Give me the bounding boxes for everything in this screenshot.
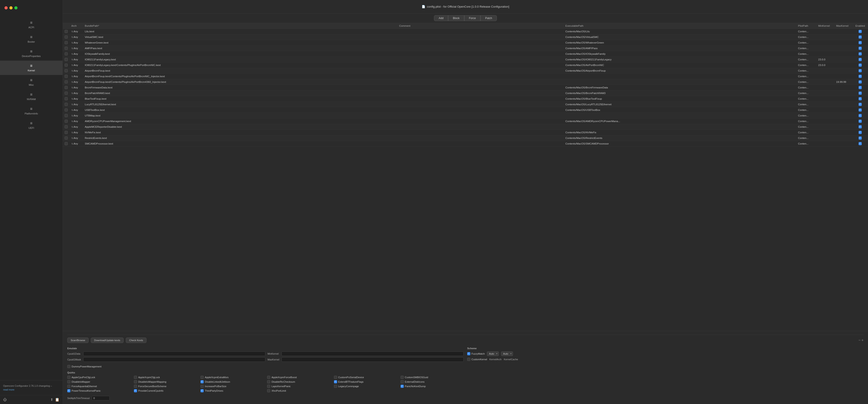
bottom-btn-scan/browse[interactable]: Scan/Browse bbox=[67, 338, 89, 343]
quirk-cb-providecurrentcpuinfo[interactable] bbox=[134, 389, 137, 392]
table-row[interactable]: ⇅ Any AirportBrcmFixup.kext/Contents/Plu… bbox=[63, 79, 868, 85]
sidebar-item-uefi[interactable]: ≡ UEFI bbox=[0, 118, 63, 133]
quirk-cb-xhciportlimit[interactable] bbox=[267, 389, 270, 392]
quirk-cb-legacycommpage[interactable] bbox=[334, 385, 337, 388]
row-enabled-19[interactable] bbox=[852, 135, 868, 141]
row-enabled-9[interactable] bbox=[852, 79, 868, 85]
share-icon[interactable]: ⬆ bbox=[50, 398, 53, 402]
toolbar-btn-patch[interactable]: Patch bbox=[480, 15, 497, 21]
quirk-cb-forcesecurebootscheme[interactable] bbox=[134, 385, 137, 388]
close-button[interactable] bbox=[4, 6, 8, 9]
row-check-13[interactable] bbox=[63, 102, 69, 107]
row-checkbox-15[interactable] bbox=[65, 114, 68, 117]
quirk-cb-applexcpmcfglock[interactable] bbox=[134, 376, 137, 379]
row-arch-15[interactable]: ⇅ Any bbox=[69, 113, 83, 118]
row-enabled-0[interactable] bbox=[852, 29, 868, 34]
bottom-btn-check-kexts[interactable]: Check Kexts bbox=[126, 338, 147, 343]
bottom-btn-download/update-kexts[interactable]: Download/Update kexts bbox=[91, 338, 124, 343]
quirk-cb-applexcpmextramsrs[interactable] bbox=[200, 376, 204, 379]
row-enabled-14[interactable] bbox=[852, 107, 868, 113]
row-checkbox-8[interactable] bbox=[65, 75, 68, 78]
row-checkbox-0[interactable] bbox=[65, 30, 68, 33]
row-enabled-6[interactable] bbox=[852, 62, 868, 68]
row-enabled-cb-4[interactable] bbox=[859, 52, 862, 55]
sidebar-item-acpi[interactable]: ≡ ACPI bbox=[0, 18, 63, 32]
row-check-0[interactable] bbox=[63, 29, 69, 34]
setapfs-input[interactable] bbox=[92, 396, 110, 400]
table-row[interactable]: ⇅ Any AirportBrcmFixup.kext Contents/Mac… bbox=[63, 68, 868, 74]
quirk-cb-disableiomapper[interactable] bbox=[67, 380, 70, 383]
row-enabled-cb-16[interactable] bbox=[859, 120, 862, 123]
toolbar-btn-add[interactable]: Add bbox=[434, 15, 448, 21]
custom-kernel-checkbox[interactable] bbox=[467, 358, 470, 361]
table-row[interactable]: ⇅ Any UTBMap.kext Conten... bbox=[63, 113, 868, 118]
row-enabled-cb-6[interactable] bbox=[859, 63, 862, 67]
row-arch-7[interactable]: ⇅ Any bbox=[69, 68, 83, 74]
plus-icon[interactable]: + bbox=[862, 338, 864, 342]
sidebar-item-platforminfo[interactable]: ≡ PlatformInfo bbox=[0, 104, 63, 118]
row-arch-17[interactable]: ⇅ Any bbox=[69, 124, 83, 130]
table-row[interactable]: ⇅ Any WhateverGreen.kext Contents/MacOS/… bbox=[63, 40, 868, 46]
table-row[interactable]: ⇅ Any VirtualSMC.kext Contents/MacOS/Vir… bbox=[63, 34, 868, 40]
row-arch-9[interactable]: ⇅ Any bbox=[69, 79, 83, 85]
quirk-cb-extendbtfeatureflags[interactable] bbox=[334, 380, 337, 383]
table-row[interactable]: ⇅ Any AirportBrcmFixup.kext/Contents/Plu… bbox=[63, 74, 868, 79]
row-enabled-5[interactable] bbox=[852, 57, 868, 62]
quirk-cb-lapickernelpanic[interactable] bbox=[267, 385, 270, 388]
quirk-cb-thirdpartydrives[interactable] bbox=[200, 389, 204, 392]
row-enabled-cb-7[interactable] bbox=[859, 69, 862, 72]
row-enabled-cb-5[interactable] bbox=[859, 58, 862, 61]
table-row[interactable]: ⇅ Any AMDRyzenCPUPowerManagement.kext Co… bbox=[63, 118, 868, 124]
row-check-3[interactable] bbox=[63, 46, 69, 51]
row-enabled-cb-3[interactable] bbox=[859, 47, 862, 50]
quirk-cb-custompciserialdevice[interactable] bbox=[334, 376, 337, 379]
row-arch-11[interactable]: ⇅ Any bbox=[69, 90, 83, 96]
row-arch-2[interactable]: ⇅ Any bbox=[69, 40, 83, 46]
row-check-11[interactable] bbox=[63, 90, 69, 96]
row-check-17[interactable] bbox=[63, 124, 69, 130]
row-enabled-8[interactable] bbox=[852, 74, 868, 79]
row-arch-18[interactable]: ⇅ Any bbox=[69, 130, 83, 135]
row-check-20[interactable] bbox=[63, 141, 69, 147]
row-arch-10[interactable]: ⇅ Any bbox=[69, 85, 83, 90]
sidebar-item-misc[interactable]: ≡ Misc bbox=[0, 75, 63, 89]
row-enabled-cb-11[interactable] bbox=[859, 92, 862, 95]
row-check-8[interactable] bbox=[63, 74, 69, 79]
row-enabled-cb-18[interactable] bbox=[859, 131, 862, 134]
row-checkbox-9[interactable] bbox=[65, 80, 68, 84]
table-row[interactable]: ⇅ Any BlueToolFixup.kext Contents/MacOS/… bbox=[63, 96, 868, 102]
table-row[interactable]: ⇅ Any SMCAMDProcessor.kext Contents/MacO… bbox=[63, 141, 868, 147]
row-arch-4[interactable]: ⇅ Any bbox=[69, 51, 83, 57]
row-enabled-1[interactable] bbox=[852, 34, 868, 40]
table-row[interactable]: ⇅ Any LucyRTL8125Ethernet.kext Contents/… bbox=[63, 102, 868, 107]
quirk-cb-powertimeoutkernelpanic[interactable] bbox=[67, 389, 70, 392]
row-enabled-cb-9[interactable] bbox=[859, 80, 862, 84]
row-check-4[interactable] bbox=[63, 51, 69, 57]
row-enabled-cb-20[interactable] bbox=[859, 142, 862, 145]
maximize-button[interactable] bbox=[14, 6, 18, 9]
row-checkbox-13[interactable] bbox=[65, 103, 68, 106]
table-row[interactable]: ⇅ Any BrcmPatchRAM3.kext Contents/MacOS/… bbox=[63, 90, 868, 96]
row-arch-14[interactable]: ⇅ Any bbox=[69, 107, 83, 113]
row-enabled-3[interactable] bbox=[852, 46, 868, 51]
row-check-6[interactable] bbox=[63, 62, 69, 68]
row-enabled-cb-8[interactable] bbox=[859, 75, 862, 78]
row-enabled-cb-10[interactable] bbox=[859, 86, 862, 89]
table-row[interactable]: ⇅ Any IO80211FamilyLegacy.kext Contents/… bbox=[63, 57, 868, 62]
max-kernel-input[interactable] bbox=[281, 357, 464, 362]
row-enabled-cb-12[interactable] bbox=[859, 97, 862, 100]
row-check-16[interactable] bbox=[63, 118, 69, 124]
row-check-12[interactable] bbox=[63, 96, 69, 102]
row-enabled-cb-17[interactable] bbox=[859, 125, 862, 128]
row-enabled-cb-1[interactable] bbox=[859, 35, 862, 38]
row-checkbox-17[interactable] bbox=[65, 125, 68, 128]
row-checkbox-3[interactable] bbox=[65, 47, 68, 50]
cpuid-data-input[interactable] bbox=[83, 351, 265, 356]
sidebar-item-kernel[interactable]: ≡ Kernel bbox=[0, 61, 63, 75]
table-row[interactable]: ⇅ Any Lilu.kext Contents/MacOS/Lilu Cont… bbox=[63, 29, 868, 34]
table-row[interactable]: ⇅ Any IO80211FamilyLegacy.kext/Contents/… bbox=[63, 62, 868, 68]
row-enabled-cb-19[interactable] bbox=[859, 137, 862, 140]
minimize-button[interactable] bbox=[9, 6, 12, 9]
row-checkbox-16[interactable] bbox=[65, 120, 68, 123]
kernel-arch-dropdown[interactable]: Auto bbox=[487, 351, 499, 356]
